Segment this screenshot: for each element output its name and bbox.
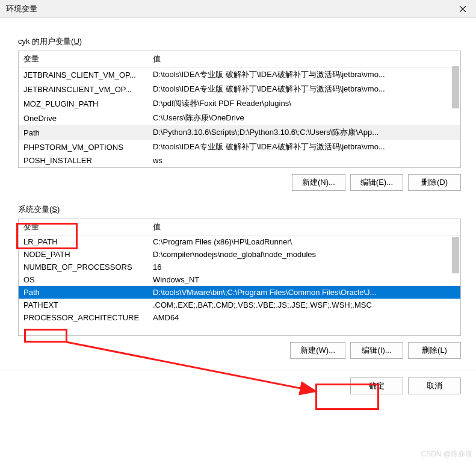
var-value-cell: D:\pdf阅读器\Foxit PDF Reader\plugins\	[148, 96, 460, 111]
user-vars-table[interactable]: 变量 值 JETBRAINS_CLIENT_VM_OP...D:\tools\I…	[18, 51, 461, 168]
table-row[interactable]: POSH_INSTALLERws	[19, 154, 460, 167]
delete-system-button[interactable]: 删除(L)	[408, 342, 461, 359]
close-button[interactable]	[449, 0, 476, 18]
var-value-cell: D:\tools\VMware\bin\;C:\Program Files\Co…	[148, 286, 460, 299]
var-name-cell: PROCESSOR_ARCHITECTURE	[19, 311, 148, 324]
var-name-cell: JETBRAINS_CLIENT_VM_OP...	[19, 67, 148, 82]
scrollbar-thumb[interactable]	[452, 237, 459, 273]
var-value-cell: D:\tools\IDEA专业版 破解补丁\IDEA破解补丁与激活码\jetbr…	[148, 82, 460, 96]
cancel-button[interactable]: 取消	[408, 378, 461, 394]
var-value-cell: 16	[148, 261, 460, 273]
var-value-cell: C:\Users\陈亦康\OneDrive	[148, 111, 460, 125]
table-row[interactable]: PathD:\Python3.10.6\Scripts\;D:\Python3.…	[19, 125, 460, 140]
table-row[interactable]: LR_PATHC:\Program Files (x86)\HP\LoadRun…	[19, 235, 460, 249]
var-name-cell: PHPSTORM_VM_OPTIONS	[19, 140, 148, 154]
var-value-cell: D:\compiler\nodejs\node_global\node_modu…	[148, 248, 460, 261]
var-name-cell: POSH_INSTALLER	[19, 154, 148, 167]
col-value[interactable]: 值	[148, 51, 460, 67]
var-name-cell: NUMBER_OF_PROCESSORS	[19, 261, 148, 273]
var-name-cell: LR_PATH	[19, 235, 148, 249]
table-row[interactable]: MOZ_PLUGIN_PATHD:\pdf阅读器\Foxit PDF Reade…	[19, 96, 460, 111]
table-row[interactable]: JETBRAINSCLIENT_VM_OP...D:\tools\IDEA专业版…	[19, 82, 460, 96]
table-row[interactable]: PROCESSOR_ARCHITECTUREAMD64	[19, 311, 460, 324]
table-row[interactable]: OSWindows_NT	[19, 273, 460, 286]
new-system-button[interactable]: 新建(W)...	[290, 342, 345, 359]
var-name-cell: JETBRAINSCLIENT_VM_OP...	[19, 82, 148, 96]
var-name-cell: Path	[19, 125, 148, 140]
var-value-cell: D:\tools\IDEA专业版 破解补丁\IDEA破解补丁与激活码\jetbr…	[148, 67, 460, 82]
title-bar: 环境变量	[0, 0, 476, 18]
table-row[interactable]: PHPSTORM_VM_OPTIONSD:\tools\IDEA专业版 破解补丁…	[19, 140, 460, 154]
system-vars-table[interactable]: 变量 值 LR_PATHC:\Program Files (x86)\HP\Lo…	[18, 219, 461, 336]
var-value-cell: D:\tools\IDEA专业版 破解补丁\IDEA破解补丁与激活码\jetbr…	[148, 140, 460, 154]
var-name-cell: PATHEXT	[19, 299, 148, 311]
scrollbar-thumb[interactable]	[452, 66, 459, 108]
var-name-cell: Path	[19, 286, 148, 299]
var-name-cell: NODE_PATH	[19, 248, 148, 261]
var-name-cell: OS	[19, 273, 148, 286]
edit-user-button[interactable]: 编辑(E)...	[350, 174, 403, 191]
table-row[interactable]: NODE_PATHD:\compiler\nodejs\node_global\…	[19, 248, 460, 261]
dialog-title: 环境变量	[6, 4, 37, 14]
var-value-cell: D:\Python3.10.6\Scripts\;D:\Python3.10.6…	[148, 125, 460, 140]
user-vars-label: cyk 的用户变量(U)	[18, 36, 82, 47]
system-vars-label: 系统变量(S)	[18, 204, 60, 215]
var-value-cell: Windows_NT	[148, 273, 460, 286]
var-value-cell: AMD64	[148, 311, 460, 324]
col-variable[interactable]: 变量	[19, 51, 148, 67]
col-variable[interactable]: 变量	[19, 219, 148, 235]
table-row[interactable]: OneDriveC:\Users\陈亦康\OneDrive	[19, 111, 460, 125]
var-value-cell: ws	[148, 154, 460, 167]
watermark: CSDN @陈亦康	[421, 449, 472, 459]
table-row[interactable]: JETBRAINS_CLIENT_VM_OP...D:\tools\IDEA专业…	[19, 67, 460, 82]
table-row[interactable]: PATHEXT.COM;.EXE;.BAT;.CMD;.VBS;.VBE;.JS…	[19, 299, 460, 311]
edit-system-button[interactable]: 编辑(I)...	[350, 342, 403, 359]
var-value-cell: C:\Program Files (x86)\HP\LoadRunner\	[148, 235, 460, 249]
col-value[interactable]: 值	[148, 219, 460, 235]
ok-button[interactable]: 确定	[350, 378, 403, 394]
delete-user-button[interactable]: 删除(D)	[408, 174, 461, 191]
table-row[interactable]: PathD:\tools\VMware\bin\;C:\Program File…	[19, 286, 460, 299]
new-user-button[interactable]: 新建(N)...	[292, 174, 345, 191]
var-name-cell: OneDrive	[19, 111, 148, 125]
var-value-cell: .COM;.EXE;.BAT;.CMD;.VBS;.VBE;.JS;.JSE;.…	[148, 299, 460, 311]
table-row[interactable]: NUMBER_OF_PROCESSORS16	[19, 261, 460, 273]
var-name-cell: MOZ_PLUGIN_PATH	[19, 96, 148, 111]
close-icon	[460, 6, 466, 12]
